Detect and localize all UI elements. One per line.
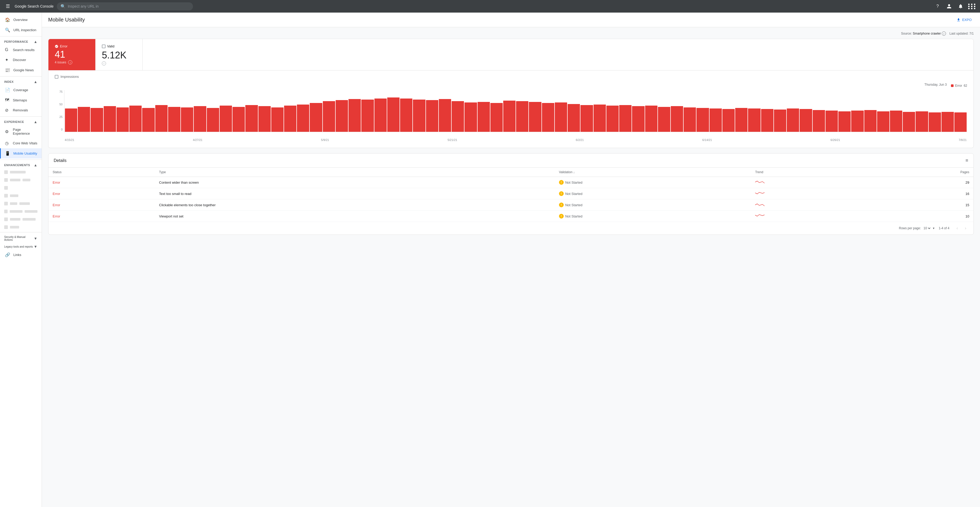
- chart-bar: [258, 106, 271, 132]
- chart-bar: [400, 99, 412, 132]
- chart-bar: [465, 102, 477, 132]
- row-status[interactable]: Error: [48, 177, 155, 188]
- chevron-up-icon[interactable]: ▲: [34, 120, 37, 124]
- enhancement-item-1[interactable]: [0, 168, 41, 176]
- x-label: 5/21/21: [447, 138, 457, 142]
- table-footer: Rows per page: 10 25 50 ▾ 1-4 of 4 ‹ ›: [48, 222, 974, 234]
- divider: [0, 232, 41, 233]
- layout: 🏠 Overview 🔍 URL inspection Performance …: [0, 13, 980, 507]
- valid-card[interactable]: Valid 5.12K i: [95, 39, 143, 70]
- not-started-badge: !Not Started: [559, 191, 582, 196]
- chart-bar: [813, 110, 825, 132]
- valid-info-icon[interactable]: i: [102, 61, 106, 65]
- chart-bar: [761, 109, 773, 132]
- table-row: ErrorClickable elements too close togeth…: [48, 199, 974, 210]
- chart-bar: [232, 107, 245, 132]
- x-label: 4/27/21: [193, 138, 203, 142]
- apps-button[interactable]: [967, 2, 977, 11]
- chevron-up-icon[interactable]: ▲: [34, 40, 37, 44]
- enhancement-item-3[interactable]: [0, 184, 41, 192]
- chart-bar: [323, 101, 335, 132]
- enhancement-item-7[interactable]: [0, 215, 41, 223]
- chart-bar: [155, 105, 167, 132]
- chart-bar: [348, 99, 361, 132]
- chart-bar: [619, 105, 632, 132]
- details-title: Details: [54, 158, 67, 163]
- account-button[interactable]: [944, 2, 954, 11]
- next-page-button[interactable]: ›: [962, 225, 969, 232]
- sidebar-item-core-web-vitals[interactable]: ◷ Core Web Vitals: [0, 138, 41, 148]
- chart-bar: [245, 105, 258, 132]
- chart-bar: [284, 105, 296, 132]
- chart-bar: [735, 108, 748, 132]
- sidebar-section-performance: Performance ▲: [0, 37, 41, 45]
- source-info-icon[interactable]: i: [942, 32, 946, 36]
- chart-bar: [142, 108, 154, 132]
- row-pages: 16: [867, 188, 974, 199]
- sidebar-item-overview[interactable]: 🏠 Overview: [0, 15, 41, 25]
- trend-sparkline: [755, 202, 765, 207]
- error-count: 41: [55, 50, 89, 59]
- sidebar-item-discover[interactable]: ✦ Discover: [0, 55, 41, 65]
- app-name: Google Search Console: [15, 4, 54, 8]
- sidebar-item-sitemaps[interactable]: 🗺 Sitemaps: [0, 95, 41, 105]
- impressions-checkbox[interactable]: [55, 75, 58, 79]
- chart-bar: [271, 107, 283, 132]
- sidebar-item-mobile-usability[interactable]: 📱 Mobile Usability: [0, 148, 41, 158]
- sidebar-item-removals[interactable]: ⊘ Removals: [0, 105, 41, 115]
- chevron-down-icon[interactable]: ▼: [34, 236, 37, 241]
- sidebar-item-google-news[interactable]: 📰 Google News: [0, 65, 41, 75]
- error-card[interactable]: Error 41 4 issues i: [48, 39, 95, 70]
- help-button[interactable]: ?: [933, 2, 942, 11]
- table-row: ErrorContent wider than screen!Not Start…: [48, 177, 974, 188]
- chevron-up-icon[interactable]: ▲: [34, 80, 37, 84]
- export-button[interactable]: EXPO: [955, 16, 974, 24]
- search-input[interactable]: [68, 4, 189, 8]
- valid-count: 5.12K: [102, 50, 136, 61]
- sitemaps-icon: 🗺: [5, 98, 10, 102]
- enhancement-item-6[interactable]: [0, 207, 41, 215]
- sidebar-item-links[interactable]: 🔗 Links: [0, 250, 41, 260]
- row-status[interactable]: Error: [48, 188, 155, 199]
- chart-bar: [168, 107, 180, 132]
- chart-bars: [64, 90, 967, 132]
- sidebar-item-search-results[interactable]: G Search results: [0, 45, 41, 55]
- row-status[interactable]: Error: [48, 210, 155, 222]
- placeholder-icon: [4, 225, 8, 229]
- chevron-down-icon[interactable]: ▼: [34, 244, 37, 249]
- trend-sparkline: [755, 180, 765, 185]
- divider: [0, 36, 41, 37]
- not-started-badge: !Not Started: [559, 214, 582, 218]
- badge-icon: !: [559, 214, 564, 218]
- chevron-up-icon[interactable]: ▲: [34, 163, 37, 167]
- row-status[interactable]: Error: [48, 199, 155, 210]
- sidebar-item-coverage[interactable]: 📄 Coverage: [0, 85, 41, 95]
- filter-icon[interactable]: ≡: [965, 158, 968, 163]
- chart-bar: [439, 99, 451, 132]
- sidebar-item-url-inspection[interactable]: 🔍 URL inspection: [0, 25, 41, 35]
- nav-right: ?: [933, 2, 977, 11]
- error-info-icon[interactable]: i: [68, 60, 72, 64]
- placeholder-icon: [4, 217, 8, 221]
- sidebar-item-page-experience[interactable]: ⚙ Page Experience: [0, 125, 41, 138]
- prev-page-button[interactable]: ‹: [953, 225, 961, 232]
- impressions-toggle[interactable]: Impressions: [55, 75, 967, 79]
- chart-tooltip-date: Thursday, Jun 3: [924, 83, 947, 86]
- notifications-button[interactable]: [956, 2, 965, 11]
- hamburger-button[interactable]: ☰: [3, 2, 13, 11]
- chart-bar: [116, 107, 129, 132]
- rows-per-page-select[interactable]: 10 25 50: [923, 226, 931, 230]
- chart-bar: [104, 106, 116, 132]
- enhancement-item-2[interactable]: [0, 176, 41, 184]
- enhancement-item-8[interactable]: [0, 223, 41, 231]
- col-validation[interactable]: Validation: [555, 168, 751, 177]
- y-label-75: 75: [55, 90, 62, 93]
- enhancement-item-4[interactable]: [0, 192, 41, 200]
- enhancement-item-5[interactable]: [0, 200, 41, 207]
- not-started-badge: !Not Started: [559, 202, 582, 207]
- search-bar[interactable]: 🔍: [57, 2, 193, 11]
- chart-bar: [65, 108, 77, 132]
- chart-bar: [710, 108, 722, 132]
- row-type: Viewport not set: [155, 210, 555, 222]
- placeholder-text: [10, 195, 18, 197]
